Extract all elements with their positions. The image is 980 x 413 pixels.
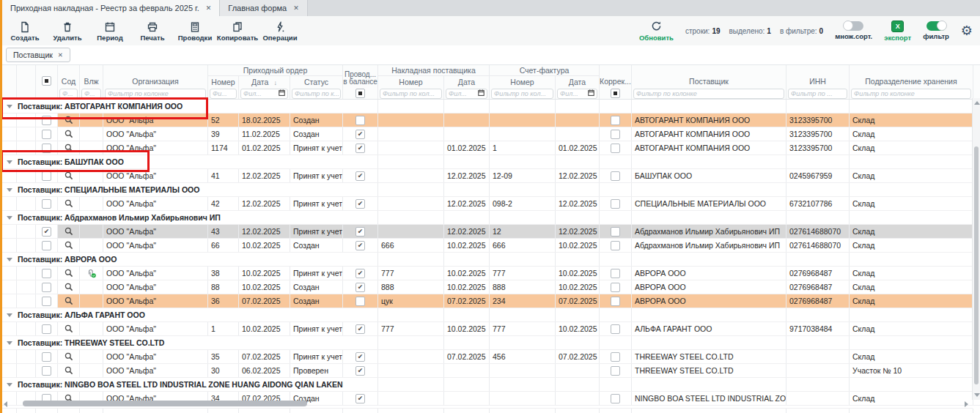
postings-button[interactable]: Проводки xyxy=(174,20,215,42)
collapse-arrow-icon[interactable] xyxy=(7,105,12,108)
cell-checkbox-korr[interactable] xyxy=(611,283,620,292)
column-header-vlj[interactable]: Влж xyxy=(80,65,103,88)
filter-input-po_num[interactable]: Фи... xyxy=(210,89,237,99)
delete-button[interactable]: Удалить xyxy=(47,20,88,42)
magnifier-icon[interactable] xyxy=(65,283,73,291)
magnifier-icon[interactable] xyxy=(65,297,73,305)
row-checkbox[interactable] xyxy=(42,241,51,250)
cell-checkbox-provod[interactable] xyxy=(355,116,365,125)
row-checkbox[interactable] xyxy=(42,324,51,334)
column-header-po_date[interactable]: Дата↓ xyxy=(239,76,290,88)
column-header-inn[interactable]: ИНН xyxy=(786,65,850,88)
table-row[interactable]: ООО "Альфа"5218.02.2025СозданАВТОГАРАНТ … xyxy=(2,114,980,127)
filter-input-post[interactable]: Фильтр по колонке xyxy=(633,89,784,99)
collapse-arrow-icon[interactable] xyxy=(7,258,12,261)
export-button[interactable]: X экспорт xyxy=(884,21,911,42)
period-button[interactable]: Период xyxy=(89,20,130,42)
group-row[interactable]: Поставщик: АВТОГАРАНТ КОМПАНИЯ ООО xyxy=(2,100,980,114)
refresh-button[interactable]: Обновить xyxy=(639,20,674,42)
calendar-icon[interactable] xyxy=(588,89,594,97)
cell-checkbox-korr[interactable] xyxy=(611,297,620,306)
magnifier-icon[interactable] xyxy=(65,324,73,333)
group-row[interactable]: Поставщик: АВРОРА ООО xyxy=(2,253,980,267)
filter-chip-supplier[interactable]: Поставщик ✕ xyxy=(6,48,70,62)
cell-checkbox-provod[interactable]: ✔ xyxy=(355,241,365,250)
select-all-checkbox[interactable] xyxy=(42,76,51,86)
horizontal-scrollbar[interactable] xyxy=(2,401,970,407)
scroll-left-icon[interactable] xyxy=(4,401,7,407)
magnifier-icon[interactable] xyxy=(65,227,73,236)
tab-incoming-invoice-register[interactable]: Приходная накладная - Реестр за февраль … xyxy=(2,0,220,16)
filter-input-sod[interactable]: Ф... xyxy=(59,89,78,99)
filter-input-status[interactable]: Фильтр по к... xyxy=(292,89,341,99)
cell-checkbox-provod[interactable]: ✔ xyxy=(355,366,365,376)
group-row[interactable]: Поставщик: БАШУПАК ООО xyxy=(2,155,980,169)
copy-button[interactable]: Копировать xyxy=(217,20,258,42)
cell-checkbox-provod[interactable]: ✔ xyxy=(355,130,365,139)
cell-checkbox-korr[interactable] xyxy=(611,171,620,181)
column-header-korr[interactable]: Коррек... xyxy=(600,65,632,88)
tab-close-icon[interactable]: ✕ xyxy=(293,4,299,12)
calendar-icon[interactable] xyxy=(478,89,485,97)
cell-checkbox-korr[interactable] xyxy=(611,324,620,334)
table-row[interactable]: ООО "Альфа"117401.02.2025Принят к учету✔… xyxy=(2,141,980,155)
column-header-status[interactable]: Статус xyxy=(290,76,343,88)
row-checkbox[interactable] xyxy=(42,116,51,125)
filter-input-po_date[interactable]: Фил... xyxy=(240,89,288,99)
filter-input-sf_date[interactable]: Фил... xyxy=(557,89,597,99)
calendar-icon[interactable] xyxy=(279,89,285,97)
row-checkbox[interactable] xyxy=(42,283,51,292)
row-checkbox[interactable]: ✔ xyxy=(42,227,51,237)
row-checkbox[interactable] xyxy=(42,171,51,181)
column-header-sf_date[interactable]: Дата xyxy=(556,76,600,88)
magnifier-icon[interactable] xyxy=(65,199,73,208)
attachment-icon[interactable] xyxy=(86,269,97,278)
table-row[interactable]: ООО "Альфа"110.02.2025Принят к учету✔777… xyxy=(2,322,980,336)
cell-checkbox-korr[interactable] xyxy=(611,352,620,362)
magnifier-icon[interactable] xyxy=(65,144,73,152)
filter-input-np_date[interactable]: Фил... xyxy=(446,89,487,99)
row-checkbox[interactable] xyxy=(42,352,51,362)
column-header-np_date[interactable]: Дата xyxy=(444,76,490,88)
table-row[interactable]: ООО "Альфа"3607.02.2025Созданцук07.02.20… xyxy=(2,294,980,308)
cell-checkbox-provod[interactable]: ✔ xyxy=(355,144,365,153)
table-row[interactable]: ООО "Альфа"3507.02.2025Принят к учету✔07… xyxy=(2,350,980,364)
column-header-sf_num[interactable]: Номер xyxy=(490,76,556,88)
group-row[interactable]: Поставщик: NINGBO BOA STEEL LTD INDUSTRI… xyxy=(2,378,980,392)
table-row[interactable]: ООО "Альфа"6610.02.2025Создан✔66610.02.2… xyxy=(2,239,980,253)
filter-checkbox-korr[interactable] xyxy=(611,89,620,98)
collapse-arrow-icon[interactable] xyxy=(7,383,12,387)
multisort-toggle[interactable]: множ.сорт. xyxy=(835,21,872,40)
table-row[interactable]: ООО "Альфа"8810.02.2025Создан✔88810.02.2… xyxy=(2,280,980,294)
filter-input-np_num[interactable]: Фильтр по кол... xyxy=(380,89,442,99)
column-header-provod[interactable]: Провод...в балансе xyxy=(343,65,378,88)
magnifier-icon[interactable] xyxy=(65,269,73,278)
filter-input-inn[interactable]: Фильтр по ... xyxy=(788,89,847,99)
filter-input-org[interactable]: Фильтр по колонке xyxy=(105,89,206,99)
column-header-np_num[interactable]: Номер xyxy=(378,76,444,88)
row-checkbox[interactable] xyxy=(42,366,51,376)
cell-checkbox-provod[interactable]: ✔ xyxy=(355,352,365,362)
filter-input-sf_num[interactable]: Фильтр по кол... xyxy=(491,89,553,99)
cell-checkbox-korr[interactable] xyxy=(611,269,620,278)
collapse-arrow-icon[interactable] xyxy=(7,313,12,317)
column-header-sod[interactable]: Сод xyxy=(58,65,80,88)
cell-checkbox-provod[interactable]: ✔ xyxy=(355,171,365,181)
row-checkbox[interactable] xyxy=(42,269,51,278)
tab-main-form[interactable]: Главная форма ✕ xyxy=(220,0,307,16)
cell-checkbox-korr[interactable] xyxy=(611,116,620,125)
column-header-check[interactable] xyxy=(36,65,58,88)
vertical-scrollbar[interactable] xyxy=(972,98,980,400)
operations-button[interactable]: Операции xyxy=(259,20,301,42)
magnifier-icon[interactable] xyxy=(65,366,73,375)
table-row[interactable]: ООО "Альфа"4212.02.2025Принят к учету✔12… xyxy=(2,197,980,211)
cell-checkbox-korr[interactable] xyxy=(611,241,620,250)
collapse-arrow-icon[interactable] xyxy=(7,188,12,192)
column-header-podr[interactable]: Подразделение хранения xyxy=(850,65,973,88)
group-row[interactable]: Поставщик: СПЕЦИАЛЬНЫЕ МАТЕРИАЛЫ ООО xyxy=(2,183,980,197)
cell-checkbox-korr[interactable] xyxy=(611,227,620,237)
vertical-scroll-thumb[interactable] xyxy=(974,146,979,384)
magnifier-icon[interactable] xyxy=(65,116,73,124)
magnifier-icon[interactable] xyxy=(65,241,73,250)
row-checkbox[interactable] xyxy=(42,144,51,153)
